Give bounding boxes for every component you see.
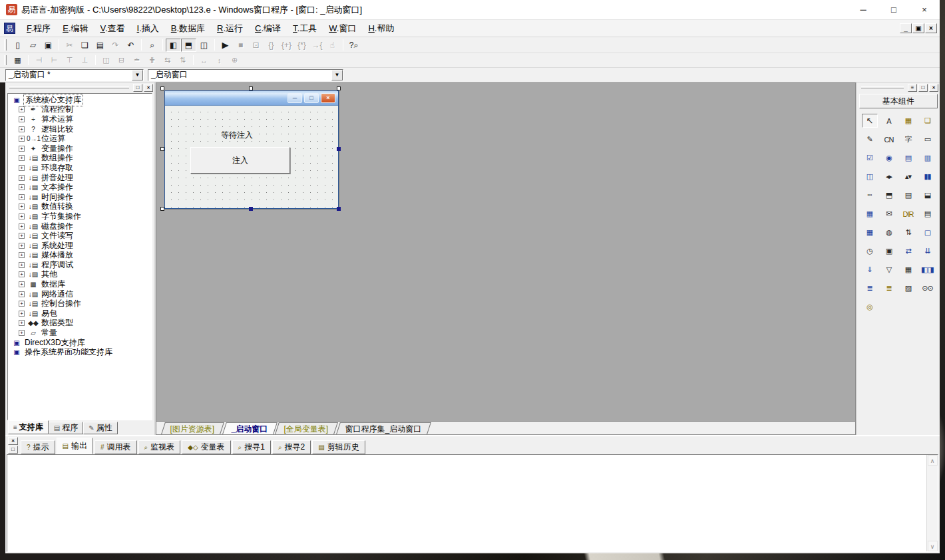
copy-button[interactable]: ❏	[77, 39, 93, 52]
menu-insert[interactable]: I.插入	[131, 21, 165, 37]
layout-left-panel-button[interactable]: ◧	[166, 39, 181, 52]
panel-close-icon[interactable]: ×	[8, 437, 18, 445]
align-bottom-button[interactable]: ⊥	[77, 55, 93, 67]
menu-window[interactable]: W.窗口	[323, 21, 362, 37]
panel-drag-handle[interactable]	[861, 86, 904, 88]
tree-item[interactable]: ▣DirectX3D支持库	[9, 338, 152, 348]
same-size-button[interactable]: ⊕	[227, 55, 242, 67]
selection-handle[interactable]	[337, 147, 341, 151]
expand-icon[interactable]: +	[19, 301, 25, 307]
tree-item[interactable]: +◆◆数据类型	[9, 319, 152, 329]
selection-handle[interactable]	[337, 86, 341, 90]
check-box-component[interactable]: ☑	[862, 151, 878, 165]
selection-handle[interactable]	[249, 86, 253, 90]
selection-handle[interactable]	[160, 207, 164, 211]
menu-tools[interactable]: T.工具	[287, 21, 323, 37]
odbc-component[interactable]: ⊙⊙	[920, 281, 936, 295]
odbc-db-component[interactable]: ◎	[862, 300, 878, 314]
tree-item[interactable]: +↓▤拼音处理	[9, 173, 152, 183]
toolbar-grip[interactable]	[4, 55, 7, 65]
panel-maximize-icon[interactable]: □	[133, 84, 142, 92]
space-vertical-button[interactable]: ⇅	[175, 55, 190, 67]
expand-icon[interactable]: +	[19, 126, 25, 132]
minimize-button[interactable]: ─	[848, 0, 878, 19]
panel-maximize-icon[interactable]: □	[8, 446, 18, 454]
tree-item[interactable]: +↓▤媒体播放	[9, 251, 152, 261]
tree-item[interactable]: +▱常量	[9, 328, 152, 338]
mdi-close-button[interactable]: ×	[925, 23, 937, 33]
snap-grid-button[interactable]: ▦	[10, 55, 25, 67]
tree-item[interactable]: +↓▤文本操作	[9, 182, 152, 192]
selection-handle[interactable]	[160, 86, 164, 90]
step-over-button[interactable]: {*}	[294, 39, 309, 52]
selection-handle[interactable]	[337, 207, 341, 211]
menu-run[interactable]: R.运行	[211, 21, 249, 37]
group-box-component[interactable]: ▭	[920, 132, 936, 146]
expand-icon[interactable]: +	[19, 233, 25, 239]
static-text-component[interactable]: 字	[900, 132, 916, 146]
layout-bottom-panel-button[interactable]: ⬒	[181, 39, 196, 52]
find-button[interactable]: ⌕	[144, 39, 160, 52]
grid-box-component[interactable]: ▦	[900, 263, 916, 277]
panel-menu-icon[interactable]: ≡	[908, 84, 917, 92]
expand-icon[interactable]: +	[19, 155, 25, 161]
server-socket-component[interactable]: ⇊	[920, 244, 936, 258]
clock-component[interactable]: ◷	[862, 244, 878, 258]
expand-icon[interactable]: +	[19, 223, 25, 229]
chevron-down-icon[interactable]: ▼	[132, 70, 143, 80]
progress-bar-component[interactable]: ▮▮	[920, 170, 936, 184]
film-box-component[interactable]: ▤	[900, 188, 916, 202]
tab-program[interactable]: ▤程序	[49, 422, 83, 434]
tree-item[interactable]: +↓▤时间操作	[9, 192, 152, 202]
expand-icon[interactable]: +	[19, 330, 25, 336]
step-out-button[interactable]: →{	[309, 39, 325, 52]
align-top-button[interactable]: ⊤	[62, 55, 77, 67]
data-filter-component[interactable]: ▽	[881, 263, 897, 277]
tree-item[interactable]: +↓▤文件读写	[9, 231, 152, 241]
align-middle-button[interactable]: ≐	[129, 55, 144, 67]
rich-edit-component[interactable]: ▤	[920, 207, 936, 221]
printer-component[interactable]: ▣	[881, 244, 897, 258]
window-box-component[interactable]: ▢	[920, 225, 936, 239]
image-frame-component[interactable]: ▨	[900, 281, 916, 295]
pause-button[interactable]: ☝	[325, 39, 340, 52]
expand-icon[interactable]: +	[19, 204, 25, 210]
panel-close-icon[interactable]: ×	[144, 84, 153, 92]
tab-clip-history[interactable]: ▤剪辑历史	[312, 440, 365, 454]
form-selector-combo[interactable]: _启动窗口 * ▼	[5, 69, 144, 81]
menu-compile[interactable]: C.编译	[249, 21, 287, 37]
list-db-component[interactable]: ≣	[881, 281, 897, 295]
list-doc-component[interactable]: ≣	[862, 281, 878, 295]
tree-item[interactable]: +↓▤其他	[9, 270, 152, 280]
undo-button[interactable]: ↶	[123, 39, 138, 52]
designed-form[interactable]: ─ □ × 等待注入 注入	[164, 90, 339, 209]
expand-icon[interactable]: +	[19, 184, 25, 190]
stop-button[interactable]: ■	[233, 39, 248, 52]
expand-icon[interactable]: +	[19, 116, 25, 122]
redo-button[interactable]: ↷	[108, 39, 123, 52]
edit-box-component[interactable]: ✎	[862, 132, 878, 146]
save-button[interactable]: ▣	[41, 39, 56, 52]
scroll-up-icon[interactable]: ∧	[928, 455, 938, 466]
output-scrollbar[interactable]: ∧ ∨	[926, 455, 938, 551]
equalize-button[interactable]: ⋕	[144, 55, 160, 67]
toolbar-grip[interactable]	[4, 39, 7, 50]
browser-box-component[interactable]: ⬓	[920, 188, 936, 202]
expand-icon[interactable]: +	[19, 146, 25, 152]
expand-icon[interactable]: +	[19, 320, 25, 326]
center-vertical-button[interactable]: ⊟	[114, 55, 129, 67]
panel-close-icon[interactable]: ×	[929, 84, 938, 92]
tree-item[interactable]: +↓▤程序调试	[9, 260, 152, 270]
form-inject-button[interactable]: 注入	[190, 147, 290, 174]
center-horizontal-button[interactable]: ◫	[98, 55, 114, 67]
form-body[interactable]: 等待注入 注入	[165, 106, 338, 208]
expand-icon[interactable]: +	[19, 281, 25, 287]
tab-image-resources[interactable]: [图片资源表]	[161, 422, 224, 434]
tab-watch[interactable]: ⌕监视表	[138, 440, 181, 454]
tree-item[interactable]: ▣系统核心支持库	[9, 95, 152, 105]
client-socket-component[interactable]: ⇄	[900, 244, 916, 258]
designer-canvas[interactable]: ─ □ × 等待注入 注入	[156, 82, 856, 421]
expand-icon[interactable]: +	[19, 291, 25, 297]
pointer-tool[interactable]: ↖	[862, 114, 878, 128]
layout-split-button[interactable]: ◫	[196, 39, 212, 52]
